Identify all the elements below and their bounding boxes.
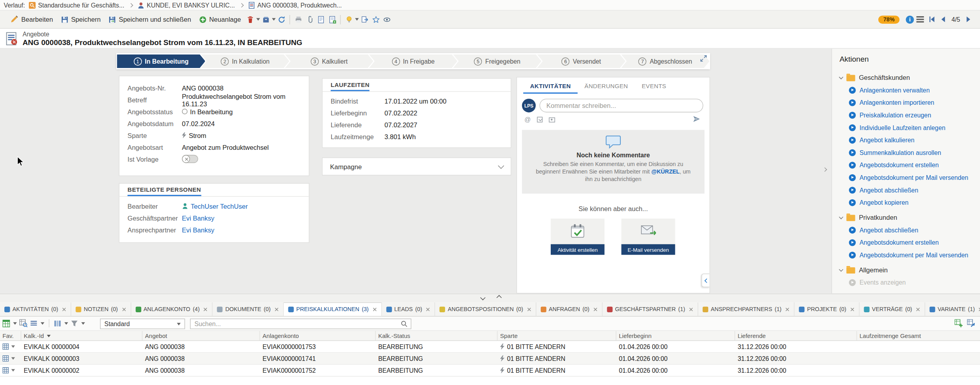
column-fav[interactable]: Fav. (0, 331, 21, 340)
mention-icon[interactable] (525, 116, 531, 123)
row-grid-icon[interactable] (2, 367, 9, 374)
action-angebot-abschliessen[interactable]: Angebot abschließen (840, 184, 980, 196)
detach-workflow-icon[interactable] (699, 54, 708, 62)
chevron-down-icon[interactable] (498, 162, 504, 169)
lamp-dropdown-caret[interactable] (355, 18, 359, 21)
filter-icon[interactable] (71, 319, 78, 327)
tab-events[interactable]: EVENTS (635, 81, 673, 94)
export-dropdown-caret[interactable] (13, 322, 17, 324)
columns-dropdown-caret[interactable] (64, 322, 68, 324)
column-lieferbeginn[interactable]: Lieferbeginn (616, 331, 735, 340)
column-kalk-status[interactable]: Kalk.-Status (376, 331, 498, 340)
workflow-step-in-bearbeitung[interactable]: 1In Bearbeitung (117, 54, 205, 68)
import-document-icon[interactable] (359, 13, 370, 26)
tab-dokumente[interactable]: DOKUMENTE(0) (213, 302, 284, 316)
mention-link[interactable]: @KÜRZEL (651, 169, 680, 175)
next-record-icon[interactable] (963, 13, 974, 26)
action-anlagenkonten-verwalten[interactable]: Anlagenkonten verwalten (840, 84, 980, 96)
tab-projekte[interactable]: PROJEKTE(0) (795, 302, 860, 316)
action-summenkalkulation-ausrollen[interactable]: Summenkalkulation ausrollen (840, 146, 980, 159)
previous-record-icon[interactable] (938, 13, 949, 26)
delete-dropdown-caret[interactable] (257, 18, 260, 21)
close-tab-icon[interactable] (916, 307, 920, 311)
kampagne-section[interactable]: Kampagne (322, 157, 512, 176)
row-menu-caret[interactable] (11, 369, 15, 372)
row-grid-icon[interactable] (2, 343, 9, 350)
column-sparte[interactable]: Sparte (498, 331, 616, 340)
tab-anlagenkonto[interactable]: ANLAGENKONTO(4) (131, 302, 213, 316)
close-tab-icon[interactable] (785, 307, 790, 311)
workflow-step-kalkuliert[interactable]: 3Kalkuliert (285, 54, 373, 68)
collapse-up-icon[interactable] (497, 295, 502, 300)
add-to-table-icon[interactable] (955, 319, 963, 327)
tab-preiskalkulationen[interactable]: PREISKALKULATIONEN(3) (284, 302, 382, 316)
save-and-close-button[interactable]: Speichern und schließen (104, 13, 195, 26)
action-angebot-kopieren[interactable]: Angebot kopieren (840, 196, 980, 209)
row-menu-caret[interactable] (11, 357, 15, 360)
filter-dropdown-caret[interactable] (81, 322, 85, 324)
column-lieferende[interactable]: Lieferende (735, 331, 857, 340)
export-table-icon[interactable] (2, 319, 10, 327)
action-group-privatkunden[interactable]: Privatkunden (840, 211, 980, 224)
ansprechpartner-link[interactable]: Evi Banksy (182, 226, 214, 233)
action-anlagenkonten-importieren[interactable]: Anlagenkonten importieren (840, 96, 980, 109)
close-tab-icon[interactable] (689, 307, 693, 311)
view-dropdown-caret[interactable] (41, 322, 44, 324)
edit-button[interactable]: Bearbeiten (6, 13, 57, 26)
workflow-step-in-freigabe[interactable]: 4In Freigabe (369, 54, 457, 68)
refresh-icon[interactable] (276, 13, 287, 26)
menu-hamburger-icon[interactable] (916, 19, 924, 20)
workflow-step-freigegeben[interactable]: 5Freigegeben (453, 54, 541, 68)
action-angebotsdokument-mail[interactable]: Angebotsdokument per Mail versenden (840, 171, 980, 184)
tab-leads[interactable]: LEADS(0) (382, 302, 435, 316)
comment-input[interactable] (540, 99, 703, 113)
splitter-bar[interactable] (0, 294, 980, 302)
notification-lamp-icon[interactable] (343, 13, 354, 26)
workflow-step-abgeschlossen[interactable]: 7Abgeschlossen (621, 54, 709, 68)
column-angebot[interactable]: Angebot (142, 331, 260, 340)
print-icon[interactable] (293, 13, 304, 26)
workflow-step-in-kalkulation[interactable]: 2In Kalkulation (201, 54, 289, 68)
close-tab-icon[interactable] (274, 307, 279, 311)
action-pk-angebotsdokument-erstellen[interactable]: Angebotsdokument erstellen (840, 236, 980, 249)
table-settings-icon[interactable] (967, 319, 975, 327)
collapse-panel-button[interactable] (701, 274, 710, 287)
tab-vertraege[interactable]: VERTRÄGE(0) (859, 302, 925, 316)
close-tab-icon[interactable] (121, 307, 126, 311)
history-item-angebot[interactable]: ANG 0000038, Produktwech... (248, 2, 342, 8)
history-item-standardsuche[interactable]: Standardsuche für Geschäfts... (29, 2, 125, 8)
close-tab-icon[interactable] (426, 307, 430, 311)
close-tab-icon[interactable] (62, 307, 66, 311)
task-check-icon[interactable] (537, 117, 542, 122)
tab-ansprechpartners[interactable]: ANSPRECHPARTNERS(1) (698, 302, 795, 316)
tab-notizen[interactable]: NOTIZEN(0) (71, 302, 131, 316)
grid-search-input[interactable] (191, 321, 401, 327)
table-row[interactable]: EVIKALK 00000003 ANG 0000038 EVIAK000000… (0, 353, 980, 365)
tab-angebotspositionen[interactable]: ANGEBOTSPOSITIONEN(0) (435, 302, 536, 316)
view-list-icon[interactable] (30, 319, 38, 327)
action-group-allgemein[interactable]: Allgemein (840, 264, 980, 276)
image-attach-icon[interactable] (549, 117, 555, 122)
view-select[interactable]: Standard (100, 319, 185, 329)
new-record-button[interactable]: Neuanlage (195, 13, 245, 26)
close-tab-icon[interactable] (203, 307, 208, 311)
delete-trash-icon[interactable] (245, 13, 256, 26)
table-row[interactable]: EVIKALK 00000002 ANG 0000038 EVIAK000000… (0, 365, 980, 377)
row-grid-icon[interactable] (2, 355, 9, 362)
attachment-paperclip-icon[interactable] (304, 13, 315, 26)
action-individuelle-laufzeiten[interactable]: Individuelle Laufzeiten anlegen (840, 121, 980, 134)
archive-box-icon[interactable] (260, 13, 271, 26)
ist-vorlage-toggle[interactable] (182, 155, 198, 163)
column-laufzeitmenge[interactable]: Laufzeitmenge Gesamt (857, 331, 980, 340)
geschaeftspartner-link[interactable]: Evi Banksy (182, 214, 214, 221)
action-preiskalkulation-erzeugen[interactable]: Preiskalkulation erzeugen (840, 109, 980, 121)
history-item-kunde[interactable]: KUNDE, EVI BANKSY ULRIC... (137, 2, 235, 8)
tab-aenderungen[interactable]: ÄNDERUNGEN (578, 81, 635, 94)
column-kalk-id[interactable]: Kalk.-Id (21, 331, 143, 340)
first-record-icon[interactable] (927, 13, 938, 26)
tab-aktivitaeten[interactable]: AKTIVITÄTEN (523, 81, 577, 94)
close-tab-icon[interactable] (850, 307, 854, 311)
close-tab-icon[interactable] (978, 307, 980, 311)
table-search-icon[interactable] (19, 319, 28, 327)
collapse-down-icon[interactable] (480, 295, 485, 300)
